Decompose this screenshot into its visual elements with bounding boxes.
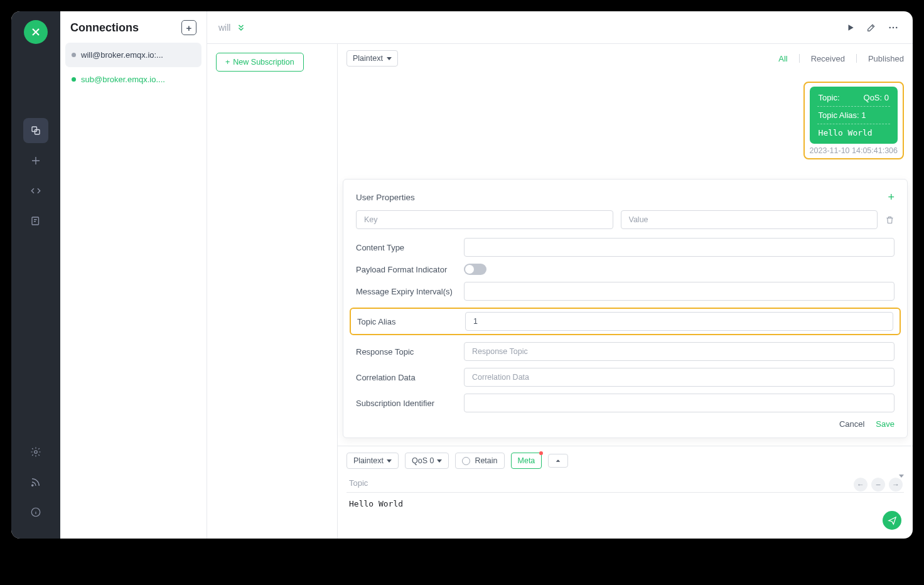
message-column: Plaintext All Received Published [338, 44, 913, 539]
connections-panel: Connections + will@broker.emqx.io:... su… [60, 11, 207, 539]
content-type-label: Content Type [356, 243, 456, 252]
connection-item[interactable]: sub@broker.emqx.io.... [65, 67, 201, 92]
receive-format-select[interactable]: Plaintext [346, 50, 398, 67]
expand-icon[interactable] [237, 23, 245, 32]
connection-item[interactable]: will@broker.emqx.io:... [65, 43, 201, 67]
app-logo [24, 20, 48, 44]
chevron-down-icon [387, 459, 392, 463]
topic-alias-input[interactable] [465, 312, 893, 331]
nav-log[interactable] [23, 208, 48, 233]
nav-connections[interactable] [23, 118, 48, 143]
delete-icon[interactable] [885, 215, 894, 225]
svg-point-8 [896, 26, 898, 28]
message-timestamp: 2023-11-10 14:05:41:306 [810, 146, 898, 155]
chevron-down-icon [437, 459, 442, 463]
svg-point-7 [893, 26, 894, 28]
publish-qos-select[interactable]: QoS 0 [405, 453, 449, 469]
nav-new[interactable] [23, 148, 48, 173]
panel-title: Connections [70, 21, 139, 35]
svg-point-4 [32, 485, 33, 486]
content-type-input[interactable] [464, 238, 894, 257]
nav-info[interactable] [23, 500, 48, 525]
collapse-button[interactable] [548, 454, 568, 468]
meta-button[interactable]: Meta [511, 453, 542, 469]
payload-input[interactable] [346, 496, 904, 530]
tab-published[interactable]: Published [868, 54, 904, 63]
svg-rect-1 [35, 130, 40, 135]
property-key-input[interactable] [356, 210, 613, 229]
tab-received[interactable]: Received [811, 54, 845, 63]
retain-toggle[interactable]: Retain [455, 453, 504, 469]
response-topic-input[interactable] [464, 342, 894, 361]
svg-rect-2 [32, 217, 39, 225]
add-connection-button[interactable]: + [181, 20, 196, 35]
publish-format-select[interactable]: Plaintext [346, 453, 399, 469]
message-filter-tabs: All Received Published [778, 54, 904, 63]
connection-label: will@broker.emqx.io:... [81, 50, 163, 60]
topic-input[interactable] [346, 474, 899, 492]
message-alias-label: Topic Alias: 1 [819, 110, 889, 120]
plus-icon: + [225, 58, 230, 67]
svg-point-6 [889, 26, 891, 28]
edit-icon[interactable] [864, 20, 879, 35]
tab-all[interactable]: All [778, 54, 787, 63]
status-dot-icon [72, 77, 76, 82]
correlation-input[interactable] [464, 368, 894, 387]
nav-settings[interactable] [23, 439, 48, 464]
save-button[interactable]: Save [876, 419, 894, 429]
message-payload: Hello World [819, 128, 889, 137]
chevron-down-icon [387, 57, 392, 60]
indicator-dot-icon [539, 451, 543, 455]
response-topic-label: Response Topic [356, 347, 456, 357]
sub-id-label: Subscription Identifier [356, 399, 456, 408]
app-window: Connections + will@broker.emqx.io:... su… [11, 11, 913, 539]
nav-rail [11, 11, 60, 539]
send-button[interactable] [883, 511, 901, 530]
mei-label: Message Expiry Interval(s) [356, 287, 456, 296]
svg-rect-0 [32, 127, 37, 132]
message-topic-label: Topic: [819, 93, 840, 102]
history-clear-button[interactable]: – [871, 478, 885, 491]
message-bubble[interactable]: Topic: QoS: 0 Topic Alias: 1 Hello World [810, 87, 898, 144]
message-highlight: Topic: QoS: 0 Topic Alias: 1 Hello World… [803, 82, 904, 159]
nav-script[interactable] [23, 178, 48, 203]
topic-alias-label: Topic Alias [357, 317, 458, 326]
history-next-button[interactable]: → [889, 478, 903, 491]
mei-input[interactable] [464, 282, 894, 301]
pfi-label: Payload Format Indicator [356, 265, 456, 274]
property-value-input[interactable] [621, 210, 878, 229]
correlation-label: Correlation Data [356, 373, 456, 382]
subscription-column: + New Subscription [207, 44, 338, 539]
publish-bar: Plaintext QoS 0 Retain Meta [338, 446, 913, 539]
new-subscription-button[interactable]: + New Subscription [216, 53, 304, 72]
main-area: will + New Subscription Plaintext [207, 11, 913, 539]
nav-feed[interactable] [23, 470, 48, 495]
user-properties-title: User Properties [356, 193, 415, 202]
more-icon[interactable] [885, 19, 901, 36]
play-icon[interactable] [844, 21, 857, 35]
cancel-button[interactable]: Cancel [839, 419, 864, 429]
sub-id-input[interactable] [464, 394, 894, 412]
meta-properties-panel: User Properties + Content Type Payload F… [343, 179, 908, 438]
connection-name: will [218, 23, 230, 33]
radio-icon [462, 457, 470, 465]
add-property-button[interactable]: + [888, 191, 894, 204]
pfi-toggle[interactable] [464, 264, 486, 275]
message-qos-label: QoS: 0 [864, 93, 889, 102]
top-bar: will [207, 11, 913, 44]
history-prev-button[interactable]: ← [854, 478, 868, 491]
svg-point-3 [35, 451, 38, 454]
status-dot-icon [72, 53, 76, 57]
connection-label: sub@broker.emqx.io.... [81, 75, 165, 84]
